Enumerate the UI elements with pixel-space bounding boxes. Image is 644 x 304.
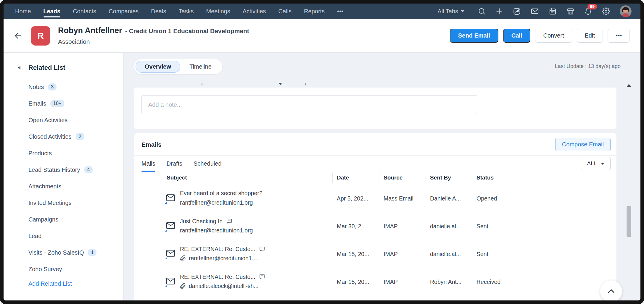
add-related-list-link[interactable]: Add Related List <box>28 280 72 287</box>
count-badge: 2 <box>76 133 84 140</box>
sidebar-item[interactable]: Attachments <box>17 178 123 195</box>
mail-tab[interactable]: Mails <box>141 160 155 172</box>
user-avatar[interactable] <box>620 5 632 17</box>
chevron-down-icon <box>601 163 604 165</box>
sidebar-item[interactable]: Notes 3 <box>17 79 123 95</box>
email-address: rantfellner@creditunion1.... <box>189 255 258 262</box>
nav-tab[interactable]: Calls <box>272 4 298 19</box>
compose-email-button[interactable]: Compose Email <box>555 138 611 151</box>
settings-gear-icon[interactable] <box>602 7 610 15</box>
email-source: IMAP <box>384 279 398 285</box>
nav-tab[interactable]: Activities <box>236 4 272 19</box>
email-direction-mark <box>165 257 167 259</box>
body: Related List Notes 3 Emails 10+ Open Act… <box>4 53 640 300</box>
email-date: Mar 15, 20... <box>337 279 369 285</box>
back-arrow-icon[interactable] <box>14 31 22 40</box>
nav-tab[interactable]: Tasks <box>172 4 200 19</box>
email-source: IMAP <box>384 251 398 258</box>
email-status: Received <box>476 279 500 285</box>
collapse-panel-icon[interactable] <box>17 64 23 71</box>
nav-tab[interactable]: ••• <box>331 4 350 19</box>
calendar-icon[interactable] <box>549 7 557 15</box>
email-status: Sent <box>476 223 488 230</box>
email-subject: RE: EXTERNAL: Re: Custo... <box>180 246 255 253</box>
more-actions-button[interactable]: ••• <box>608 29 630 43</box>
search-icon[interactable] <box>478 7 486 15</box>
quick-create-plus-icon[interactable] <box>495 7 503 15</box>
sidebar-item-label: Campaigns <box>28 216 58 223</box>
scroll-to-top-button[interactable] <box>600 280 622 300</box>
chevron-up-icon <box>606 287 616 296</box>
vertical-scrollbar[interactable] <box>624 82 634 300</box>
email-date: Apr 5, 202... <box>337 195 368 202</box>
nav-tab[interactable]: Contacts <box>67 4 102 19</box>
nav-tab[interactable]: Deals <box>145 4 172 19</box>
related-list-title: Related List <box>28 64 65 72</box>
sidebar-item[interactable]: Emails 10+ <box>17 95 123 112</box>
related-list-items: Notes 3 Emails 10+ Open Activities Close… <box>17 79 123 277</box>
sidebar-item[interactable]: Lead <box>17 228 123 244</box>
sidebar-item[interactable]: Products <box>17 145 123 161</box>
email-row[interactable]: Just Checking In rantfellner@creditunion… <box>134 213 616 241</box>
nav-tab[interactable]: Home <box>9 4 37 19</box>
nav-tab[interactable]: Meetings <box>200 4 236 19</box>
email-sent-by: Robyn Ant... <box>430 279 461 285</box>
nav-icon-cluster: 99 <box>478 5 632 17</box>
activity-pulse-icon[interactable] <box>513 7 521 15</box>
record-header: R Robyn Antfellner - Credit Union 1 Educ… <box>4 19 640 53</box>
emails-table-header: Subject Date Source Sent By Status <box>134 172 616 185</box>
sidebar-item-label: Lead <box>28 233 42 240</box>
email-row[interactable]: Ever heard of a secret shopper? rantfell… <box>134 185 616 213</box>
marketplace-store-icon[interactable] <box>566 7 574 15</box>
add-note-input[interactable] <box>141 95 477 114</box>
edit-button[interactable]: Edit <box>577 29 603 43</box>
notifications-bell-icon[interactable]: 99 <box>584 7 592 15</box>
related-list-sidebar: Related List Notes 3 Emails 10+ Open Act… <box>4 53 124 300</box>
column-source: Source <box>384 174 402 181</box>
mail-icon[interactable] <box>531 7 539 15</box>
thread-icon <box>258 245 265 253</box>
sidebar-item-label: Products <box>28 150 52 157</box>
nav-tab[interactable]: Leads <box>37 4 67 19</box>
main-top-bar: OverviewTimeline Last Update : 13 day(s)… <box>124 53 640 74</box>
record-name: Robyn Antfellner <box>58 26 122 35</box>
send-email-button[interactable]: Send Email <box>450 29 498 43</box>
call-button[interactable]: Call <box>503 29 531 43</box>
sidebar-item[interactable]: Invited Meetings <box>17 195 123 211</box>
record-actions: Send Email Call Convert Edit ••• <box>450 29 630 43</box>
sidebar-item-label: Zoho Survey <box>28 266 62 273</box>
nav-tab[interactable]: Companies <box>102 4 145 19</box>
sidebar-item[interactable]: Visits - Zoho SalesIQ 1 <box>17 244 123 261</box>
thread-icon <box>258 273 265 280</box>
sidebar-item[interactable]: Open Activities <box>17 112 123 128</box>
count-badge: 4 <box>84 166 93 173</box>
email-source: Mass Email <box>384 195 413 202</box>
scrollbar-up-arrow[interactable] <box>627 84 631 87</box>
email-subject: Ever heard of a secret shopper? <box>180 190 263 197</box>
all-tabs-dropdown[interactable]: All Tabs <box>437 8 464 15</box>
emails-table-body: Ever heard of a secret shopper? rantfell… <box>134 185 616 296</box>
sidebar-item[interactable]: Zoho Survey <box>17 261 123 277</box>
email-row[interactable]: RE: EXTERNAL: Re: Custo... danielle.alco… <box>134 269 616 296</box>
sidebar-item[interactable]: Lead Status History 4 <box>17 161 123 178</box>
mail-tabs: MailsDraftsScheduled <box>141 160 222 172</box>
email-subject: RE: EXTERNAL: Re: Custo... <box>180 274 255 280</box>
window-frame: HomeLeadsContactsCompaniesDealsTasksMeet… <box>0 0 644 304</box>
last-update-label: Last Update : 13 day(s) ago <box>555 63 621 69</box>
convert-button[interactable]: Convert <box>535 29 572 43</box>
mail-filter-dropdown[interactable]: ALL <box>581 157 611 170</box>
record-scroll-area: Emails Compose Email MailsDraftsSchedule… <box>134 82 617 300</box>
view-tab[interactable]: Timeline <box>180 61 221 73</box>
sidebar-item[interactable]: Campaigns <box>17 211 123 228</box>
column-subject: Subject <box>167 174 187 181</box>
email-sent-by: danielle.al... <box>430 251 461 258</box>
nav-tab[interactable]: Reports <box>298 4 331 19</box>
view-tab[interactable]: Overview <box>136 61 180 73</box>
mail-tab[interactable]: Scheduled <box>194 160 222 172</box>
sidebar-item[interactable]: Closed Activities 2 <box>17 128 123 145</box>
envelope-icon <box>166 222 175 230</box>
email-row[interactable]: RE: EXTERNAL: Re: Custo... rantfellner@c… <box>134 241 616 269</box>
mail-tab[interactable]: Drafts <box>167 160 182 172</box>
scrollbar-thumb[interactable] <box>627 206 631 237</box>
email-sent-by: Danielle A... <box>430 195 461 202</box>
